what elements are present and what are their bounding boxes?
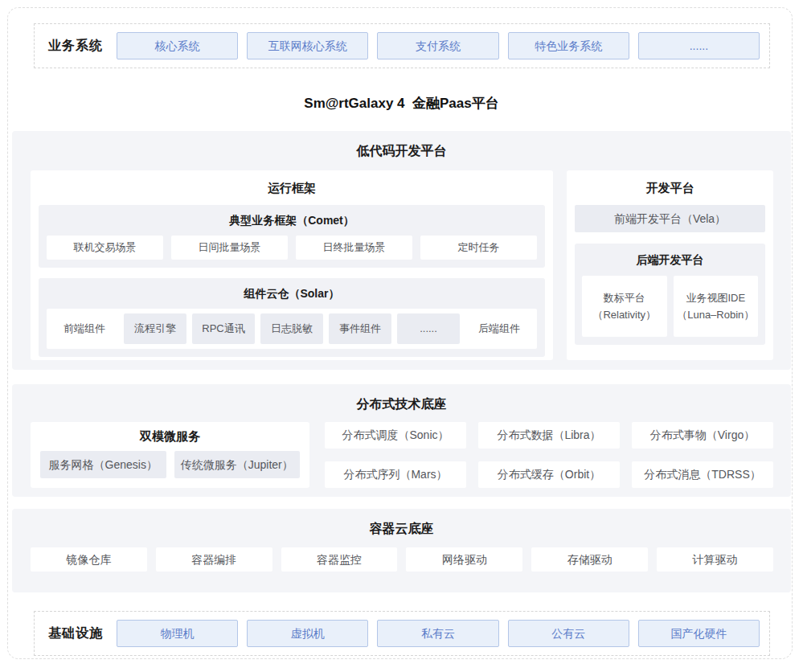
business-view-ide-name: 业务视图IDE xyxy=(674,289,759,306)
distributed-service-box: 分布式数据（Libra） xyxy=(478,422,620,449)
distributed-service-box: 分布式序列（Mars） xyxy=(325,461,466,488)
container-capability-box: 存储驱动 xyxy=(531,547,648,572)
infrastructure-box: 公有云 xyxy=(508,620,629,647)
distributed-tech-section: 分布式技术底座 双模微服务 服务网格（Genesis）传统微服务（Jupiter… xyxy=(12,384,791,497)
frontend-dev-platform-chip: 前端开发平台（Vela） xyxy=(575,205,765,232)
distributed-service-box: 分布式缓存（Orbit） xyxy=(478,461,620,488)
dual-mode-microservice-panel: 双模微服务 服务网格（Genesis）传统微服务（Jupiter） xyxy=(31,422,309,488)
frontend-component-box: 前端组件 xyxy=(50,322,119,336)
comet-items: 联机交易场景日间批量场景日终批量场景定时任务 xyxy=(47,236,537,260)
container-capability-box: 容器监控 xyxy=(281,547,398,572)
lowcode-platform-section: 低代码开发平台 运行框架 典型业务框架（Comet） 联机交易场景日间批量场景日… xyxy=(12,131,791,370)
container-cloud-items: 镜像仓库容器编排容器监控网络驱动存储驱动计算驱动 xyxy=(31,547,773,572)
business-systems-row: 业务系统 核心系统互联网核心系统支付系统特色业务系统...... xyxy=(34,23,770,68)
infrastructure-items: 物理机虚拟机私有云公有云国产化硬件 xyxy=(117,620,760,647)
container-capability-box: 容器编排 xyxy=(156,547,272,572)
business-system-box: 支付系统 xyxy=(377,32,498,59)
runtime-framework-panel: 运行框架 典型业务框架（Comet） 联机交易场景日间批量场景日终批量场景定时任… xyxy=(31,170,553,360)
business-system-box: 互联网核心系统 xyxy=(247,32,368,59)
comet-framework-box: 典型业务框架（Comet） 联机交易场景日间批量场景日终批量场景定时任务 xyxy=(39,205,545,268)
comet-framework-title: 典型业务框架（Comet） xyxy=(47,211,537,236)
container-capability-box: 镜像仓库 xyxy=(31,547,147,572)
distributed-tech-title: 分布式技术底座 xyxy=(12,384,791,413)
business-system-box: 核心系统 xyxy=(117,32,238,59)
microservice-chip: 服务网格（Genesis） xyxy=(40,451,166,478)
data-standard-platform-codename: （Relativity） xyxy=(582,306,667,323)
infrastructure-box: 物理机 xyxy=(117,620,238,647)
backend-component-box: 后端组件 xyxy=(465,322,534,336)
dev-platform-title: 开发平台 xyxy=(567,170,773,205)
container-cloud-title: 容器云底座 xyxy=(12,509,791,538)
distributed-services-grid: 分布式调度（Sonic）分布式数据（Libra）分布式事物（Virgo）分布式序… xyxy=(325,422,773,488)
solar-component-title: 组件云仓（Solar） xyxy=(47,285,537,309)
infrastructure-label: 基础设施 xyxy=(35,625,117,642)
solar-component-chip: 日志脱敏 xyxy=(260,313,323,344)
dual-mode-chips: 服务网格（Genesis）传统微服务（Jupiter） xyxy=(40,451,300,478)
comet-scenario-box: 日间批量场景 xyxy=(171,236,288,260)
solar-component-chip: ...... xyxy=(397,313,460,344)
backend-dev-platform-title: 后端开发平台 xyxy=(582,250,758,276)
business-systems-items: 核心系统互联网核心系统支付系统特色业务系统...... xyxy=(117,32,760,59)
runtime-framework-title: 运行框架 xyxy=(39,170,545,205)
infrastructure-box: 私有云 xyxy=(377,620,498,647)
infrastructure-box: 国产化硬件 xyxy=(638,620,760,647)
distributed-service-box: 分布式事物（Virgo） xyxy=(632,422,773,449)
solar-component-chip: RPC通讯 xyxy=(192,313,255,344)
solar-chips: 流程引擎RPC通讯日志脱敏事件组件...... xyxy=(124,313,460,344)
solar-component-chip: 流程引擎 xyxy=(124,313,186,344)
container-cloud-section: 容器云底座 镜像仓库容器编排容器监控网络驱动存储驱动计算驱动 xyxy=(12,509,791,592)
container-capability-box: 网络驱动 xyxy=(406,547,522,572)
infrastructure-row: 基础设施 物理机虚拟机私有云公有云国产化硬件 xyxy=(34,611,770,656)
business-system-box: 特色业务系统 xyxy=(508,32,629,59)
data-standard-platform-box: 数标平台 （Relativity） xyxy=(582,276,667,337)
solar-items-row: 前端组件 流程引擎RPC通讯日志脱敏事件组件...... 后端组件 xyxy=(47,309,537,349)
container-capability-box: 计算驱动 xyxy=(657,547,773,572)
page-title: Sm@rtGalaxy 4 金融Paas平台 xyxy=(0,94,803,113)
dev-platform-panel: 开发平台 前端开发平台（Vela） 后端开发平台 数标平台 （Relativit… xyxy=(567,170,773,360)
lowcode-platform-title: 低代码开发平台 xyxy=(12,131,791,160)
distributed-service-box: 分布式调度（Sonic） xyxy=(325,422,466,449)
business-view-ide-codename: （Luna–Robin） xyxy=(674,306,759,323)
business-systems-label: 业务系统 xyxy=(35,38,117,55)
dual-mode-title: 双模微服务 xyxy=(31,422,309,451)
comet-scenario-box: 定时任务 xyxy=(420,236,537,260)
solar-component-box: 组件云仓（Solar） 前端组件 流程引擎RPC通讯日志脱敏事件组件......… xyxy=(39,278,545,357)
microservice-chip: 传统微服务（Jupiter） xyxy=(174,451,301,478)
solar-component-chip: 事件组件 xyxy=(329,313,391,344)
data-standard-platform-name: 数标平台 xyxy=(582,289,667,306)
infrastructure-box: 虚拟机 xyxy=(247,620,368,647)
distributed-service-box: 分布式消息（TDRSS） xyxy=(632,461,773,488)
business-view-ide-box: 业务视图IDE （Luna–Robin） xyxy=(674,276,759,337)
comet-scenario-box: 日终批量场景 xyxy=(296,236,412,260)
comet-scenario-box: 联机交易场景 xyxy=(47,236,163,260)
business-system-box: ...... xyxy=(638,32,760,59)
backend-dev-platform-box: 后端开发平台 数标平台 （Relativity） 业务视图IDE （Luna–R… xyxy=(575,244,765,345)
